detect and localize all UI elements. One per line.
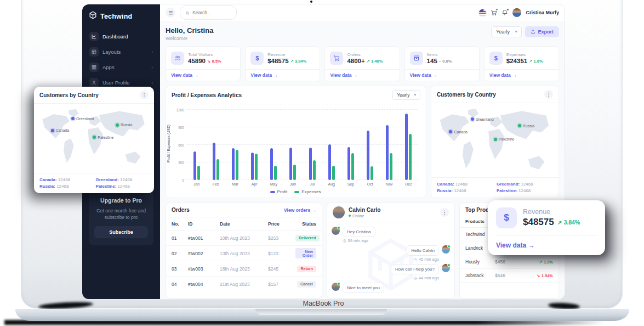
view-data-link[interactable]: View data → xyxy=(166,69,240,81)
bar-profit-aug xyxy=(328,144,331,180)
legend-chip xyxy=(294,191,299,193)
user-avatar[interactable] xyxy=(512,8,521,17)
avatar xyxy=(332,227,340,235)
legend-item: Expenses xyxy=(294,189,321,194)
notifications-bell-button[interactable] xyxy=(501,9,508,16)
kebab-menu-icon[interactable]: ⋮ xyxy=(440,208,449,217)
x-tick-label: Jun xyxy=(283,182,303,186)
bar-group-jan xyxy=(187,110,206,180)
sidebar-item-apps[interactable]: Apps › xyxy=(87,60,156,75)
topbar-right: Cristina Murfy xyxy=(479,8,559,17)
chevron-down-icon: ▾ xyxy=(414,93,416,97)
analytics-period-select[interactable]: Yearly ▾ xyxy=(392,90,420,100)
map-marker-greenland: Greenland xyxy=(71,117,94,121)
dashboard-icon xyxy=(89,32,99,41)
y-tick-label: 900 xyxy=(178,126,184,130)
map-marker-palestine: Palestine xyxy=(494,137,515,141)
x-tick-label: Apr xyxy=(245,182,264,186)
sidebar-item-dashboard[interactable]: Dashboard xyxy=(87,29,156,44)
bar-group-dec xyxy=(399,110,418,180)
bar-expenses-oct xyxy=(371,166,373,180)
bell-notification-dot xyxy=(506,8,509,11)
bar-profit-jan xyxy=(193,151,196,180)
analytics-card: Profit / Expenses Analytics Yearly ▾ Pro… xyxy=(166,86,426,198)
view-data-link[interactable]: View data → xyxy=(485,69,558,81)
sidebar-item-label: Layouts xyxy=(102,49,121,55)
list-item: Jobstack $546 ↘ 1.54% xyxy=(460,269,558,283)
bar-group-mar xyxy=(225,110,244,180)
view-data-link[interactable]: View data → xyxy=(405,69,479,81)
webcam-dot xyxy=(310,1,312,3)
stat-card-expenses: $ Expenses $24351 ↗ 1.6% View data → xyxy=(484,46,559,81)
language-flag-icon[interactable] xyxy=(479,9,486,16)
content: Hello, Cristina Welcome! Yearly ▾ Export xyxy=(160,21,565,299)
bar-expenses-dec xyxy=(409,134,412,180)
trend-up-indicator: ↗ 3.84% xyxy=(557,219,580,226)
sidebar-item-layouts[interactable]: Layouts › xyxy=(87,44,156,59)
x-tick-label: Sep xyxy=(341,182,360,186)
chat-bubble: How can i help you? xyxy=(391,264,439,274)
world-map: Canada Greenland Russia Palestine xyxy=(34,104,154,173)
marker-dot xyxy=(449,130,452,133)
export-button[interactable]: Export xyxy=(525,26,559,37)
status-badge: Return xyxy=(297,266,316,272)
customers-title: Customers by Country xyxy=(437,92,496,98)
search-icon xyxy=(185,8,190,18)
chat-message-incoming: Hey Cristina xyxy=(332,227,450,237)
sidebar-item-label: Dashboard xyxy=(102,33,128,40)
view-data-link[interactable]: View data → xyxy=(325,69,399,81)
floating-customers-card: Customers by Country ⋮ Canada Greenland … xyxy=(34,87,154,193)
search-box[interactable] xyxy=(180,5,237,20)
orders-card: Orders View orders → No.IDDatePriceStatu… xyxy=(166,203,322,299)
avatar xyxy=(442,264,450,272)
hamburger-menu-button[interactable] xyxy=(166,8,175,18)
avatar xyxy=(332,283,340,291)
grid-icon xyxy=(89,63,99,72)
bar-expenses-jul xyxy=(313,160,316,180)
bar-profit-oct xyxy=(367,131,369,180)
map-marker-russia: Russia xyxy=(116,123,132,127)
subscribe-button[interactable]: Subscribe xyxy=(94,226,148,238)
marker-dot xyxy=(494,138,497,141)
period-select[interactable]: Yearly ▾ xyxy=(491,26,522,37)
bar-profit-dec xyxy=(405,114,408,180)
view-data-link[interactable]: View data → xyxy=(496,235,597,255)
country-stat: Greenland: 12468 xyxy=(497,182,553,187)
x-tick-label: May xyxy=(264,182,283,186)
brand-logo[interactable]: Techwind xyxy=(82,10,160,28)
stat-value: 4800+ xyxy=(347,58,364,64)
y-tick-label: 300 xyxy=(178,161,184,165)
upgrade-title: Upgrade to Pro xyxy=(94,197,148,204)
bar-expenses-may xyxy=(274,166,277,180)
page-title: Hello, Cristina xyxy=(166,26,213,35)
kebab-menu-icon[interactable]: ⋮ xyxy=(140,91,149,99)
bars-container xyxy=(187,110,418,180)
trend-flat-indicator: ~ 0.0% xyxy=(439,59,452,64)
avatar xyxy=(442,245,450,254)
bar-expenses-sep xyxy=(351,153,354,180)
country-stat: Canada: 12468 xyxy=(437,182,493,187)
analytics-title: Profit / Expenses Analytics xyxy=(172,92,242,98)
chevron-right-icon: › xyxy=(151,65,153,70)
bar-group-sep xyxy=(341,110,360,180)
marker-dot xyxy=(471,117,474,121)
upgrade-box: Upgrade to Pro Get one month free and su… xyxy=(89,190,153,245)
trend-up-indicator: ↗ 1.46% xyxy=(367,59,383,64)
x-tick-label: Oct xyxy=(361,182,380,186)
view-orders-link[interactable]: View orders → xyxy=(284,207,316,213)
bar-group-aug xyxy=(322,110,341,180)
view-data-link[interactable]: View data → xyxy=(246,69,320,81)
country-stat: Russia: 12468 xyxy=(39,184,93,189)
bar-expenses-mar xyxy=(236,150,238,180)
chat-contact-name: Calvin Carlo xyxy=(349,207,380,213)
dollar-icon: $ xyxy=(489,52,503,65)
bar-group-feb xyxy=(206,110,225,180)
kebab-menu-icon[interactable]: ⋮ xyxy=(544,90,553,99)
bar-group-jun xyxy=(283,110,303,180)
search-input[interactable] xyxy=(192,10,231,15)
bar-expenses-nov xyxy=(390,153,392,180)
cart-button[interactable] xyxy=(491,9,497,16)
stat-card-revenue: $ Revenue $48575 ↗ 3.84% View data → xyxy=(245,46,320,81)
bar-profit-sep xyxy=(347,147,350,180)
list-item: Hously $456 ↗ 1.3% xyxy=(460,255,558,269)
